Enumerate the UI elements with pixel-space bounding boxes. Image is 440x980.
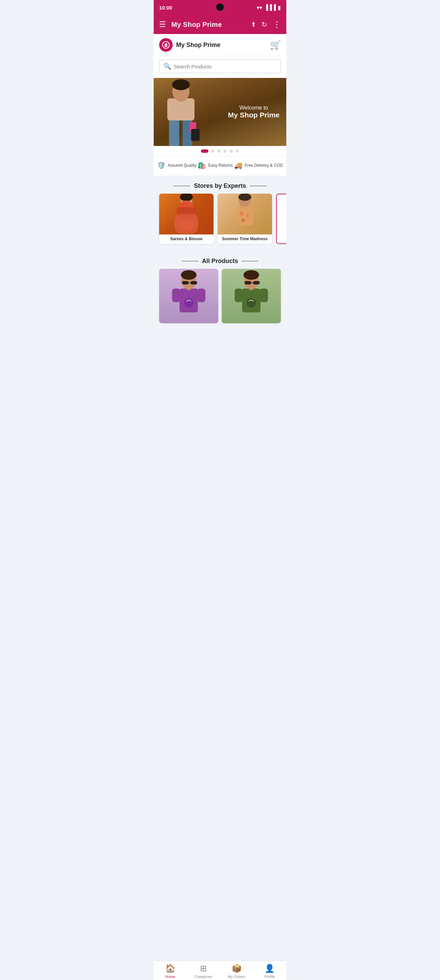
svg-rect-1 [169,119,179,146]
products-title-line-right [241,261,259,262]
truck-icon: 🚚 [234,161,243,169]
feature-easy-returns: 🛍️ Easy Returns [197,161,233,169]
feature-assured-label: Assured Quality [168,163,197,168]
app-bar: ☰ My Shop Prime ⬆ ↻ ⋮ [154,15,286,34]
svg-rect-36 [249,285,254,290]
banner-section: Welcome to My Shop Prime [154,78,286,146]
banner-dots [154,146,286,156]
svg-rect-7 [191,129,200,141]
svg-rect-25 [197,288,205,302]
refresh-icon[interactable]: ↻ [262,21,267,28]
products-section: All Products [154,251,286,350]
svg-rect-20 [182,281,189,285]
store-saree-image [159,194,214,234]
store-saree-label: Sarees & Blouse [159,234,214,243]
product-purple-image [159,269,218,323]
product-purple-svg [160,269,218,323]
products-title-line-left [181,261,199,262]
feature-returns-label: Easy Returns [208,163,233,168]
dot-2[interactable] [211,150,214,153]
product-green-image [222,269,281,323]
svg-rect-30 [245,281,251,285]
dot-1[interactable] [201,150,208,153]
shop-logo-area: My Shop Prime [159,38,220,52]
signal-icon: ▐▐▐ [264,5,276,11]
svg-rect-14 [237,207,253,225]
svg-rect-31 [253,281,260,285]
stores-row: Sarees & Blouse Summer Time Madness See … [154,194,286,251]
feature-free-delivery: 🚚 Free Delivery & COD [234,161,283,169]
title-line-left [173,186,191,186]
svg-point-13 [238,194,251,201]
status-time: 10:00 [159,5,172,11]
svg-point-29 [243,270,259,280]
search-input[interactable] [174,64,276,69]
store-card-summer[interactable]: Summer Time Madness [218,194,272,244]
shield-icon: 🛡️ [157,161,165,169]
dot-4[interactable] [223,150,227,153]
products-section-title: All Products [154,251,286,269]
feature-assured-quality: 🛡️ Assured Quality [157,161,197,169]
saree-figure-svg [169,194,203,234]
dot-6[interactable] [236,150,239,153]
title-line-right [249,186,267,186]
camera-notch [216,3,224,11]
battery-icon: ▮ [278,5,281,11]
shop-header: My Shop Prime 🛒 [154,34,286,56]
wifi-icon: ▾▾ [257,5,262,11]
status-icons: ▾▾ ▐▐▐ ▮ [257,5,281,11]
summer-figure-svg [228,194,262,234]
products-grid [154,269,286,350]
svg-point-16 [246,214,249,218]
store-card-saree[interactable]: Sarees & Blouse [159,194,214,244]
svg-point-17 [241,218,245,222]
store-summer-image [218,194,272,234]
store-summer-label: Summer Time Madness [218,234,272,243]
search-bar: 🔍 [154,56,286,78]
shop-name: My Shop Prime [176,41,220,49]
share-icon[interactable]: ⬆ [251,21,256,27]
svg-rect-35 [260,288,268,302]
svg-point-27 [184,298,194,308]
store-see-all[interactable]: See all [276,194,286,244]
features-row: 🛡️ Assured Quality 🛍️ Easy Returns 🚚 Fre… [154,156,286,176]
stores-section: Stores by Experts Sarees & Blouse [154,176,286,251]
feature-delivery-label: Free Delivery & COD [245,163,283,168]
svg-rect-26 [186,285,191,290]
svg-rect-24 [172,288,180,302]
dot-3[interactable] [217,150,221,153]
app-bar-title: My Shop Prime [172,21,246,29]
svg-rect-21 [191,281,197,285]
product-card-purple[interactable] [159,269,218,323]
banner-person-svg [157,78,205,146]
banner-slide: Welcome to My Shop Prime [154,78,286,146]
svg-point-19 [181,270,197,280]
more-icon[interactable]: ⋮ [273,21,281,29]
shop-logo [159,38,173,52]
products-title-text: All Products [202,258,238,265]
bag-icon: 🛍️ [197,161,206,169]
stores-section-title: Stores by Experts [154,176,286,194]
search-icon: 🔍 [164,63,171,70]
status-bar: 10:00 ▾▾ ▐▐▐ ▮ [154,0,286,15]
menu-icon[interactable]: ☰ [159,21,166,28]
svg-point-37 [246,298,256,308]
dot-5[interactable] [230,150,233,153]
svg-point-15 [239,211,243,215]
svg-rect-34 [235,288,243,302]
banner-text-area: Welcome to My Shop Prime [228,105,280,119]
banner-shop-name: My Shop Prime [228,111,280,119]
banner-welcome: Welcome to [228,105,280,111]
product-green-svg [222,269,280,323]
cart-icon[interactable]: 🛒 [270,40,281,50]
search-input-wrap[interactable]: 🔍 [159,60,281,73]
svg-point-5 [172,79,190,90]
stores-title-text: Stores by Experts [194,182,246,189]
product-card-green[interactable] [222,269,281,323]
